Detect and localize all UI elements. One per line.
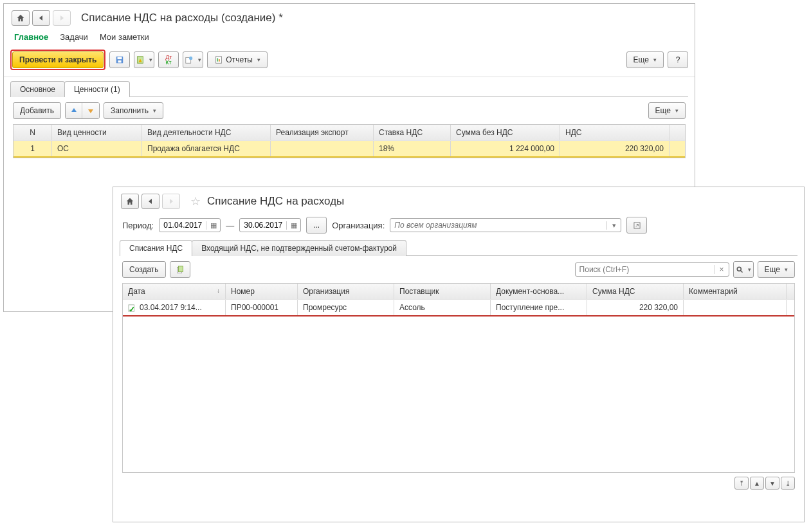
titlebar: Списание НДС на расходы (создание) * — [4, 4, 695, 6]
window-writeoff-create: Списание НДС на расходы (создание) * Гла… — [3, 3, 695, 6]
